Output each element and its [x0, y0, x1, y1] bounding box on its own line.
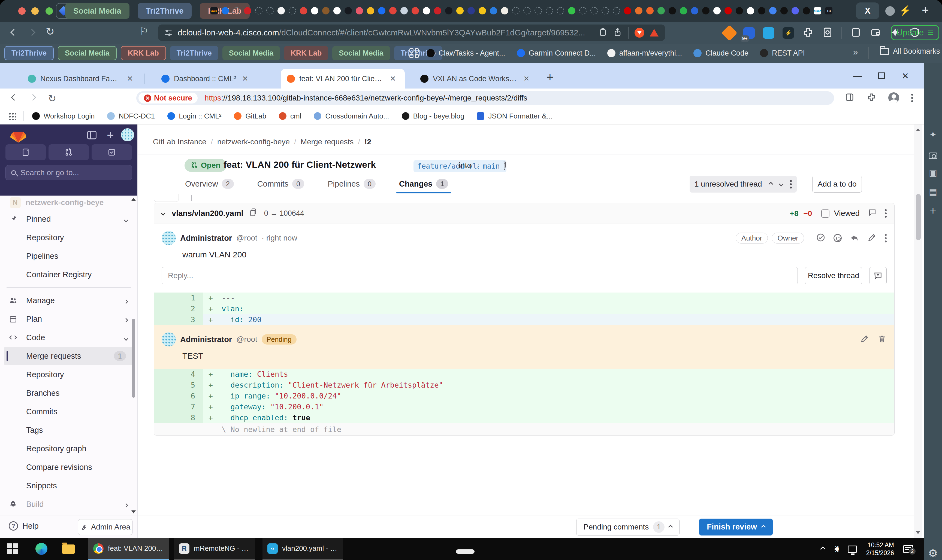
diff-line[interactable]: 3+ id: 200: [154, 314, 894, 325]
extensions-icon[interactable]: [866, 92, 876, 103]
globe-icon[interactable]: [885, 6, 895, 16]
chrome-address-bar[interactable]: ✕ Not secure https://198.18.133.100/gitl…: [136, 91, 834, 105]
workspace-pill[interactable]: Social Media: [222, 46, 280, 60]
line-number[interactable]: 5: [154, 380, 203, 391]
scroll-down-icon[interactable]: [131, 511, 136, 514]
share-icon[interactable]: [613, 27, 622, 38]
pinned-tab-icon[interactable]: [680, 7, 687, 14]
resolve-options-icon[interactable]: [869, 267, 886, 285]
network-icon[interactable]: [848, 546, 857, 553]
extensions-puzzle-icon[interactable]: [802, 27, 814, 39]
dcloud-handle[interactable]: [456, 549, 475, 554]
pinned-tab-icon[interactable]: [780, 7, 788, 14]
bookmark-item[interactable]: Claude Code: [694, 49, 748, 57]
sidebar-item-repository-graph[interactable]: Repository graph: [0, 439, 137, 458]
pinned-tab-icon[interactable]: [389, 7, 396, 14]
workspace-pill[interactable]: Tri2Thrive: [5, 46, 54, 60]
chrome-maximize-icon[interactable]: [878, 72, 885, 79]
sidebar-toggle-icon[interactable]: [850, 27, 862, 39]
add-todo-button[interactable]: Add a to do: [812, 176, 862, 192]
workspace-pill[interactable]: Social Media: [58, 46, 117, 60]
diff-line[interactable]: 4+ name: Clients: [154, 369, 894, 380]
chrome-back-button[interactable]: [12, 95, 17, 101]
line-number[interactable]: 2: [154, 303, 203, 314]
line-number[interactable]: 6: [154, 391, 203, 402]
comment-bubble-icon[interactable]: [868, 208, 877, 219]
sidebar-item-manage[interactable]: Manage: [0, 291, 137, 310]
pinned-tab-icon[interactable]: [747, 7, 754, 14]
pinned-tab-icon[interactable]: [401, 7, 408, 14]
chrome-bookmark-item[interactable]: Crossdomain Auto...: [314, 112, 389, 120]
taskbar-app-vscode[interactable]: ‹›vlan200.yaml - netz...: [262, 538, 343, 560]
pinned-tab-icon[interactable]: [546, 7, 553, 14]
tune-icon[interactable]: [165, 30, 172, 36]
sidebar-item-merge-requests[interactable]: Merge requests1: [4, 347, 134, 365]
gear-icon[interactable]: ⚙: [924, 547, 942, 560]
chrome-tab[interactable]: feat: VLAN 200 für Client-Netzw✕: [281, 69, 405, 89]
chrome-bookmark-item[interactable]: Blog - beye.blog: [402, 112, 464, 120]
scrollbar-thumb[interactable]: [916, 194, 921, 240]
sidebar-item-snippets[interactable]: Snippets: [0, 476, 137, 495]
pinned-tab-icon[interactable]: [635, 7, 643, 14]
diff-line[interactable]: 5+ description: "Client-Netzwerk für Arb…: [154, 380, 894, 391]
forward-button[interactable]: [29, 30, 34, 36]
sidebar-item-compare-revisions[interactable]: Compare revisions: [0, 458, 137, 476]
diff-line[interactable]: 7+ gateway: "10.200.0.1": [154, 402, 894, 412]
pinned-tab-icon[interactable]: [356, 7, 363, 14]
tab-pipelines[interactable]: Pipelines0: [327, 174, 377, 193]
pinned-tab-icon[interactable]: [412, 7, 419, 14]
pinned-tab-icon[interactable]: TB: [825, 7, 833, 14]
tab-commits[interactable]: Commits0: [256, 174, 305, 193]
pinned-tab-icon[interactable]: [222, 7, 229, 14]
scroll-down-icon[interactable]: [916, 531, 920, 534]
reader-icon[interactable]: [822, 27, 833, 39]
file-explorer-icon[interactable]: [62, 545, 75, 554]
back-button[interactable]: [11, 30, 16, 36]
breadcrumb-link[interactable]: Merge requests: [301, 138, 354, 146]
pinned-tab-icon[interactable]: [244, 7, 251, 14]
line-number[interactable]: 1: [154, 292, 203, 303]
sidebar-item-repository[interactable]: Repository: [0, 228, 137, 247]
pinned-tab-icon[interactable]: [311, 7, 318, 14]
sidebar-item-commits[interactable]: Commits: [0, 402, 137, 421]
pinned-tab-icon[interactable]: [523, 7, 531, 14]
taskbar-app-mremote[interactable]: RmRemoteNG - con...: [174, 538, 255, 560]
pinned-tab-icon[interactable]: [255, 7, 262, 14]
camera-icon[interactable]: [929, 152, 937, 159]
pinned-tab-icon[interactable]: [758, 7, 765, 14]
pinned-tab-icon[interactable]: aws: [210, 7, 218, 14]
close-window-button[interactable]: [18, 7, 26, 15]
chrome-close-icon[interactable]: ✕: [902, 71, 909, 81]
line-number[interactable]: 8: [154, 412, 203, 423]
bookmark-item[interactable]: ClawTasks - Agent...: [427, 49, 505, 57]
bookmarks-panel-icon[interactable]: ▤: [924, 186, 942, 197]
pinned-tab-icon[interactable]: [613, 7, 620, 14]
finish-review-button[interactable]: Finish review: [699, 518, 773, 535]
pinned-tab-icon[interactable]: [278, 7, 285, 14]
collapse-file-icon[interactable]: [161, 211, 165, 216]
extension-bolt-icon[interactable]: ⚡: [783, 27, 794, 38]
chrome-tab[interactable]: Dashboard :: CML²✕: [156, 69, 270, 89]
pinned-tab-icon[interactable]: [725, 7, 732, 14]
previous-thread-button[interactable]: [768, 182, 773, 186]
pinned-tab-icon[interactable]: [791, 7, 799, 14]
lightning-icon[interactable]: ⚡: [899, 5, 911, 16]
file-options-icon[interactable]: [885, 212, 886, 214]
chrome-tab[interactable]: VXLAN as Code Workshop | Fin✕: [414, 69, 536, 89]
metamask-icon[interactable]: [721, 25, 737, 41]
sidebar-item-build[interactable]: Build: [0, 495, 137, 514]
diff-line[interactable]: 6+ ip_range: "10.200.0.0/24": [154, 391, 894, 402]
update-button[interactable]: Update≡: [891, 25, 939, 40]
chrome-bookmark-item[interactable]: cml: [279, 112, 301, 120]
chrome-forward-button[interactable]: [31, 95, 35, 101]
pinned-tab-icon[interactable]: [423, 7, 430, 14]
start-button[interactable]: [7, 543, 18, 554]
zoom-window-button[interactable]: [46, 7, 53, 15]
scroll-up-icon[interactable]: [916, 128, 920, 131]
pinned-tab-icon[interactable]: [322, 7, 330, 14]
emoji-icon[interactable]: [834, 234, 842, 242]
pinned-tab-icon[interactable]: [467, 7, 475, 14]
new-tab-button[interactable]: +: [922, 3, 929, 17]
pinned-tab-icon[interactable]: [289, 7, 296, 14]
create-new-icon[interactable]: +: [107, 128, 114, 142]
